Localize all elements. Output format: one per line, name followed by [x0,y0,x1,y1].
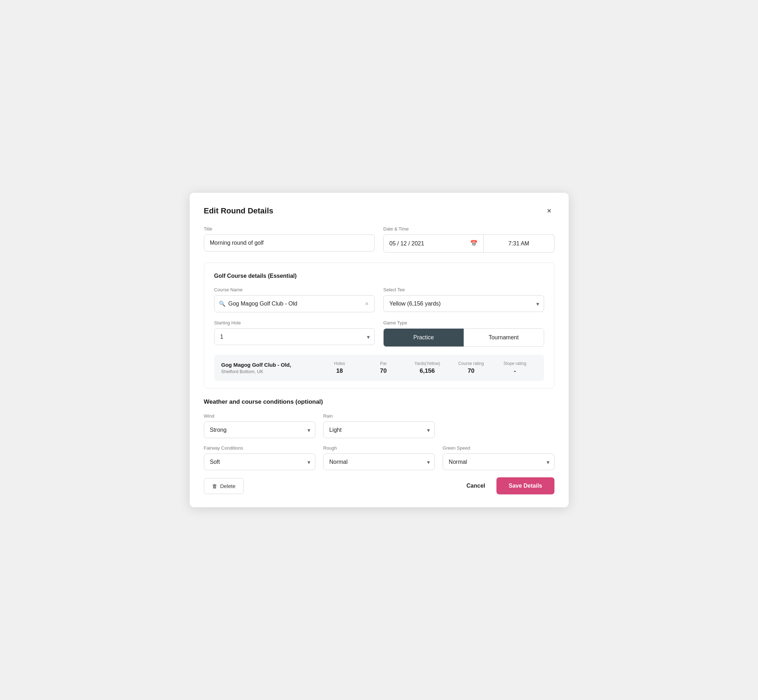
time-input[interactable]: 7:31 AM [484,234,554,253]
date-value: 05 / 12 / 2021 [389,241,424,247]
title-datetime-row: Title Date & Time 05 / 12 / 2021 📅 7:31 … [204,226,554,253]
delete-button[interactable]: 🗑 Delete [204,478,244,494]
holes-value: 18 [318,367,362,375]
rough-label: Rough [323,445,435,451]
fairway-label: Fairway Conditions [204,445,316,451]
game-type-col: Game Type Practice Tournament [383,320,544,347]
course-rating-label: Course rating [449,361,493,366]
datetime-label: Date & Time [383,226,554,231]
select-tee-dropdown[interactable]: Yellow (6,156 yards) White Red Blue [383,295,544,312]
wind-label: Wind [204,413,316,419]
footer-right: Cancel Save Details [463,477,554,494]
weather-section-title: Weather and course conditions (optional) [204,398,554,405]
green-speed-dropdown[interactable]: Slow Normal Fast Very Fast [443,453,554,470]
delete-label: Delete [220,483,236,489]
rough-col: Rough Soft Normal Hard ▾ [323,445,435,470]
time-value: 7:31 AM [508,241,529,247]
select-tee-col: Select Tee Yellow (6,156 yards) White Re… [383,287,544,312]
select-tee-label: Select Tee [383,287,544,292]
course-stat-par: Par 70 [362,361,405,375]
modal-title: Edit Round Details [204,206,274,216]
fairway-rough-green-row: Fairway Conditions Soft Normal Hard ▾ Ro… [204,445,554,470]
green-speed-wrapper: Slow Normal Fast Very Fast ▾ [443,453,554,470]
wind-rain-row: Wind None Light Moderate Strong Very Str… [204,413,554,438]
course-name-col: Course Name 🔍 × [214,287,375,312]
modal-header: Edit Round Details × [204,206,554,216]
select-tee-wrapper: Yellow (6,156 yards) White Red Blue ▾ [383,295,544,312]
yards-value: 6,156 [405,367,449,375]
course-tee-row: Course Name 🔍 × Select Tee Yellow (6,156… [214,287,544,312]
rough-wrapper: Soft Normal Hard ▾ [323,453,435,470]
course-stat-holes: Holes 18 [318,361,362,375]
clear-course-button[interactable]: × [363,300,370,308]
course-name-input[interactable] [229,295,364,312]
course-name-block: Gog Magog Golf Club - Old, Shelford Bott… [221,362,318,374]
course-stat-slope-rating: Slope rating - [493,361,537,375]
datetime-field: Date & Time 05 / 12 / 2021 📅 7:31 AM [383,226,554,253]
calendar-icon: 📅 [470,240,478,247]
starting-hole-wrapper: 1234 5678 910 ▾ [214,328,375,345]
fairway-dropdown[interactable]: Soft Normal Hard [204,453,316,470]
cancel-button[interactable]: Cancel [463,478,489,494]
title-field: Title [204,226,375,253]
rain-dropdown[interactable]: None Light Moderate Heavy [323,422,435,438]
search-icon: 🔍 [219,300,226,307]
wind-dropdown[interactable]: None Light Moderate Strong Very Strong [204,422,316,438]
date-input[interactable]: 05 / 12 / 2021 📅 [383,234,484,253]
starting-hole-dropdown[interactable]: 1234 5678 910 [214,328,375,345]
course-info-location: Shelford Bottom, UK [221,369,318,374]
rain-wrapper: None Light Moderate Heavy ▾ [323,422,435,438]
trash-icon: 🗑 [212,483,218,489]
course-name-label: Course Name [214,287,375,292]
fairway-col: Fairway Conditions Soft Normal Hard ▾ [204,445,316,470]
edit-round-modal: Edit Round Details × Title Date & Time 0… [190,193,568,507]
golf-course-section: Golf Course details (Essential) Course N… [204,262,554,388]
slope-rating-value: - [493,367,537,375]
par-value: 70 [362,367,405,375]
course-rating-value: 70 [449,367,493,375]
course-info-name: Gog Magog Golf Club - Old, [221,362,318,368]
hole-gametype-row: Starting Hole 1234 5678 910 ▾ Game Type … [214,320,544,347]
save-button[interactable]: Save Details [496,477,554,494]
course-info-bar: Gog Magog Golf Club - Old, Shelford Bott… [214,355,544,381]
starting-hole-col: Starting Hole 1234 5678 910 ▾ [214,320,375,347]
course-stat-yards: Yards(Yellow) 6,156 [405,361,449,375]
title-input[interactable] [204,234,375,252]
starting-hole-label: Starting Hole [214,320,375,325]
holes-label: Holes [318,361,362,366]
rough-dropdown[interactable]: Soft Normal Hard [323,453,435,470]
rain-col: Rain None Light Moderate Heavy ▾ [323,413,435,438]
game-type-toggle: Practice Tournament [383,328,544,347]
rain-label: Rain [323,413,435,419]
course-name-input-wrap: 🔍 × [214,295,375,312]
yards-label: Yards(Yellow) [405,361,449,366]
close-button[interactable]: × [544,206,554,216]
slope-rating-label: Slope rating [493,361,537,366]
title-label: Title [204,226,375,231]
game-type-label: Game Type [383,320,544,325]
fairway-wrapper: Soft Normal Hard ▾ [204,453,316,470]
wind-wrapper: None Light Moderate Strong Very Strong ▾ [204,422,316,438]
weather-section: Weather and course conditions (optional)… [204,398,554,470]
green-speed-label: Green Speed [443,445,554,451]
par-label: Par [362,361,405,366]
datetime-inputs: 05 / 12 / 2021 📅 7:31 AM [383,234,554,253]
golf-course-section-title: Golf Course details (Essential) [214,273,544,279]
green-speed-col: Green Speed Slow Normal Fast Very Fast ▾ [443,445,554,470]
course-stat-course-rating: Course rating 70 [449,361,493,375]
practice-button[interactable]: Practice [384,329,464,347]
tournament-button[interactable]: Tournament [464,329,544,347]
wind-col: Wind None Light Moderate Strong Very Str… [204,413,316,438]
footer-row: 🗑 Delete Cancel Save Details [204,477,554,494]
